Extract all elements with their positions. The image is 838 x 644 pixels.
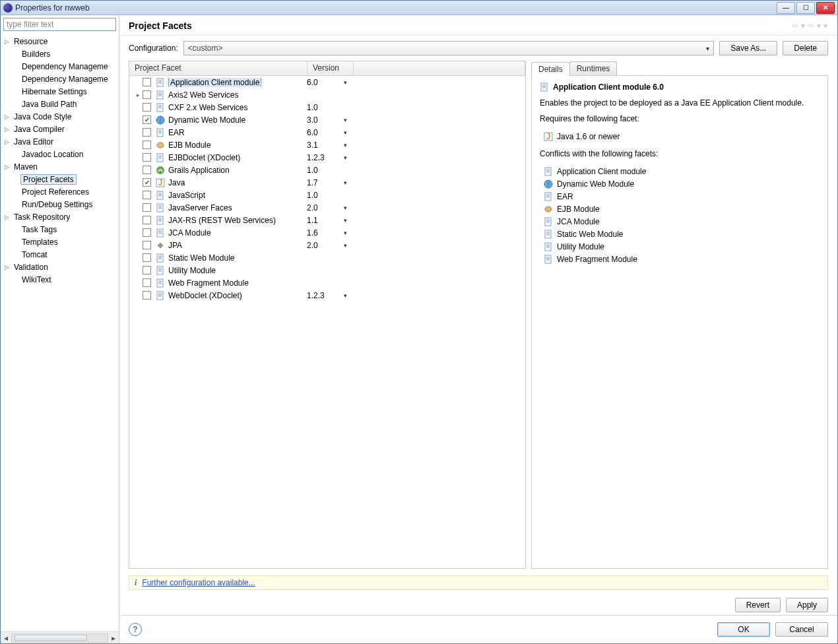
nav-item-project-facets[interactable]: Project Facets — [1, 173, 119, 185]
close-button[interactable]: ✕ — [816, 2, 835, 14]
facet-checkbox[interactable] — [143, 241, 151, 249]
tab-details[interactable]: Details — [531, 62, 570, 76]
nav-item-resource[interactable]: ▷Resource — [1, 35, 119, 48]
revert-button[interactable]: Revert — [735, 598, 781, 612]
scroll-right-icon[interactable]: ▸ — [108, 633, 119, 643]
nav-item-wikitext[interactable]: WikiText — [1, 273, 119, 286]
further-config-link[interactable]: Further configuration available... — [142, 578, 255, 587]
scroll-track[interactable] — [11, 633, 108, 643]
facet-row[interactable]: Static Web Module — [129, 251, 525, 264]
nav-item-java-compiler[interactable]: ▷Java Compiler — [1, 123, 119, 135]
filter-input[interactable]: type filter text — [3, 18, 116, 31]
nav-item-dependency-manageme[interactable]: Dependency Manageme — [1, 60, 119, 73]
nav-item-task-repository[interactable]: ▷Task Repository — [1, 210, 119, 223]
expand-icon[interactable]: ▷ — [5, 139, 13, 145]
nav-item-javadoc-location[interactable]: Javadoc Location — [1, 148, 119, 160]
facet-checkbox[interactable] — [143, 216, 151, 224]
version-dropdown-icon[interactable]: ▾ — [340, 230, 350, 236]
facet-row[interactable]: EAR6.0▾ — [129, 126, 525, 139]
facet-row[interactable]: Dynamic Web Module3.0▾ — [129, 113, 525, 126]
facet-checkbox[interactable] — [143, 115, 151, 124]
facet-checkbox[interactable] — [143, 141, 151, 149]
tab-runtimes[interactable]: Runtimes — [569, 61, 618, 75]
version-dropdown-icon[interactable]: ▾ — [340, 292, 350, 299]
facet-checkbox[interactable] — [143, 266, 151, 274]
nav-item-maven[interactable]: ▷Maven — [1, 160, 119, 173]
facet-checkbox[interactable] — [143, 178, 151, 187]
nav-item-java-build-path[interactable]: Java Build Path — [1, 98, 119, 110]
apply-button[interactable]: Apply — [786, 598, 828, 612]
column-facet[interactable]: Project Facet — [129, 61, 307, 75]
expand-icon[interactable]: ▷ — [5, 264, 13, 271]
facet-checkbox[interactable] — [143, 253, 151, 262]
version-dropdown-icon[interactable]: ▾ — [340, 117, 350, 123]
version-dropdown-icon[interactable]: ▾ — [340, 154, 350, 161]
scroll-left-icon[interactable]: ◂ — [1, 633, 11, 643]
maximize-button[interactable]: ☐ — [796, 2, 815, 14]
menu-icon[interactable]: ▾ — [823, 21, 828, 30]
cancel-button[interactable]: Cancel — [775, 622, 828, 637]
facet-checkbox[interactable] — [143, 203, 151, 212]
expand-icon[interactable]: ▷ — [5, 164, 13, 170]
facet-checkbox[interactable] — [143, 78, 151, 86]
forward-menu-icon[interactable]: ▾ — [816, 21, 822, 30]
nav-item-dependency-manageme[interactable]: Dependency Manageme — [1, 73, 119, 85]
facet-row[interactable]: JavaScript1.0 — [129, 189, 525, 201]
nav-tree[interactable]: ▷ResourceBuildersDependency ManagemeDepe… — [1, 34, 119, 631]
facet-list[interactable]: Application Client module6.0▾▸Axis2 Web … — [129, 76, 525, 568]
nav-item-java-editor[interactable]: ▷Java Editor — [1, 135, 119, 148]
facet-checkbox[interactable] — [143, 228, 151, 237]
facet-checkbox[interactable] — [143, 291, 151, 300]
nav-item-tomcat[interactable]: Tomcat — [1, 248, 119, 261]
facet-checkbox[interactable] — [143, 278, 151, 287]
facet-checkbox[interactable] — [143, 166, 151, 174]
expand-icon[interactable]: ▷ — [5, 113, 13, 120]
nav-item-builders[interactable]: Builders — [1, 48, 119, 60]
facet-row[interactable]: EJB Module3.1▾ — [129, 139, 525, 151]
facet-row[interactable]: CXF 2.x Web Services1.0 — [129, 101, 525, 113]
facet-row[interactable]: JAX-RS (REST Web Services)1.1▾ — [129, 214, 525, 226]
nav-item-java-code-style[interactable]: ▷Java Code Style — [1, 110, 119, 123]
expand-icon[interactable]: ▸ — [133, 92, 143, 98]
nav-item-run-debug-settings[interactable]: Run/Debug Settings — [1, 198, 119, 210]
facet-row[interactable]: Grails Application1.0 — [129, 164, 525, 176]
facet-row[interactable]: WebDoclet (XDoclet)1.2.3▾ — [129, 289, 525, 302]
column-version[interactable]: Version — [307, 61, 354, 75]
facet-checkbox[interactable] — [143, 90, 151, 99]
nav-item-project-references[interactable]: Project References — [1, 185, 119, 198]
nav-item-templates[interactable]: Templates — [1, 236, 119, 248]
facet-row[interactable]: ▸Axis2 Web Services — [129, 88, 525, 101]
help-button[interactable]: ? — [129, 623, 142, 636]
facet-checkbox[interactable] — [143, 128, 151, 137]
facet-row[interactable]: Web Fragment Module — [129, 276, 525, 289]
minimize-button[interactable]: — — [777, 2, 795, 14]
nav-item-hibernate-settings[interactable]: Hibernate Settings — [1, 85, 119, 98]
version-dropdown-icon[interactable]: ▾ — [340, 217, 350, 224]
version-dropdown-icon[interactable]: ▾ — [340, 242, 350, 249]
version-dropdown-icon[interactable]: ▾ — [340, 179, 350, 186]
facet-checkbox[interactable] — [143, 191, 151, 199]
nav-item-task-tags[interactable]: Task Tags — [1, 223, 119, 236]
delete-button[interactable]: Delete — [783, 41, 828, 55]
facet-row[interactable]: JJava1.7▾ — [129, 176, 525, 189]
version-dropdown-icon[interactable]: ▾ — [340, 129, 350, 136]
nav-item-validation[interactable]: ▷Validation — [1, 261, 119, 273]
ok-button[interactable]: OK — [717, 622, 770, 637]
configuration-combo[interactable]: <custom> — [183, 41, 715, 55]
facet-row[interactable]: JPA2.0▾ — [129, 239, 525, 251]
expand-icon[interactable]: ▷ — [5, 214, 13, 220]
facet-checkbox[interactable] — [143, 153, 151, 162]
facet-row[interactable]: Application Client module6.0▾ — [129, 76, 525, 88]
version-dropdown-icon[interactable]: ▾ — [340, 205, 350, 211]
back-menu-icon[interactable]: ▾ — [800, 21, 806, 30]
facet-row[interactable]: JavaServer Faces2.0▾ — [129, 201, 525, 214]
expand-icon[interactable]: ▷ — [5, 126, 13, 133]
version-dropdown-icon[interactable]: ▾ — [340, 79, 350, 86]
nav-scrollbar[interactable]: ◂ ▸ — [1, 631, 119, 643]
facet-row[interactable]: JCA Module1.6▾ — [129, 226, 525, 239]
forward-icon[interactable]: ⇨ — [807, 21, 815, 30]
scroll-thumb[interactable] — [15, 635, 87, 641]
facet-row[interactable]: EJBDoclet (XDoclet)1.2.3▾ — [129, 151, 525, 164]
facet-checkbox[interactable] — [143, 103, 151, 112]
facet-row[interactable]: Utility Module — [129, 264, 525, 276]
